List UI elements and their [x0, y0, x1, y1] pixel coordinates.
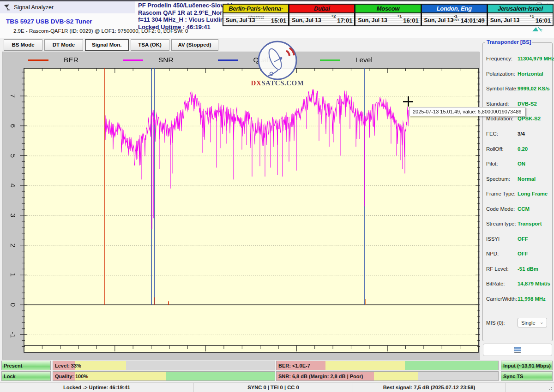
- tuner-title: TBS 5927 USB DVB-S2 Tuner: [6, 18, 92, 25]
- clock-london: London, Eng Sun, Jul 13 -1DST14:01:49: [422, 4, 488, 26]
- tab-bs-mode[interactable]: BS Mode: [4, 39, 42, 51]
- clock-moscow: Moscow Sun, Jul 13 +116:01: [355, 4, 421, 26]
- level-line-swatch: [320, 59, 340, 61]
- snr-line-swatch: [123, 59, 143, 61]
- present-indicator: Present: [1, 361, 51, 370]
- sync-ts-indicator: Sync TS: [501, 371, 553, 381]
- transponder-row: Stream type:Transport: [486, 216, 551, 232]
- lock-indicator: Lock: [1, 371, 51, 381]
- y-axis-tick-label: 7: [9, 92, 17, 100]
- chart-tooltip: 2025-07-13 15.01.49, value: 6,8000001907…: [409, 107, 525, 116]
- statusbar: Locked -> Uptime: 46:19:41 SYNC 0 | TEI …: [0, 382, 554, 392]
- mis-selected-value: Single: [521, 320, 536, 326]
- transponder-title: Transponder [BS]: [485, 39, 532, 45]
- clock-date: Sun, Jul 13: [292, 17, 321, 24]
- y-axis-tick-label: 6: [9, 122, 17, 130]
- transponder-rows: Frequency:11304,979 MHz Polarization:Hor…: [486, 51, 551, 306]
- transponder-row: RollOff:0.20: [486, 141, 551, 156]
- mis-dropdown[interactable]: Single ⌄: [518, 318, 547, 327]
- tab-signal-mon[interactable]: Signal Mon.: [85, 39, 129, 51]
- svg-text:DXSATCS.COM: DXSATCS.COM: [251, 79, 304, 87]
- clock-utc-offset: +1: [397, 14, 402, 18]
- clock-date: Sun, Jul 13: [226, 17, 255, 24]
- status-best-signal: Best signal: 7,5 dB (2025-07-12 23:58): [353, 383, 506, 392]
- level-bar: Level: 33%: [53, 361, 275, 370]
- transponder-row: CarrierWidth:11,998 MHz: [486, 291, 551, 307]
- transponder-groupbox: Transponder [BS] Frequency:11304,979 MHz…: [482, 42, 553, 341]
- clock-date: Sun, Jul 13: [358, 17, 387, 24]
- status-sync-counters: SYNC 0 | TEI 0 | CC 0: [194, 383, 353, 392]
- transponder-row: ISSYIOFF: [486, 232, 551, 247]
- world-clocks: Berlin-Paris-Vienna-Roma Sun, Jul 13 15:…: [223, 4, 554, 26]
- transponder-row: Frame Type:Long Frame: [486, 186, 551, 202]
- transponder-row: Polarization:Horizontal: [486, 66, 551, 82]
- window-title: Signal Analyzer: [14, 4, 54, 11]
- transponder-row: Pilot:ON: [486, 156, 551, 172]
- clock-body: Sun, Jul 13 +217:01: [289, 13, 354, 25]
- transponder-row: Frequency:11304,979 MHz: [486, 51, 551, 66]
- clock-date: Sun, Jul 13: [490, 17, 519, 24]
- transponder-row: BitRate:14,879 Mbit/s: [486, 276, 551, 291]
- status-spacer: [506, 383, 554, 392]
- y-axis-tick-label: 3: [9, 211, 17, 220]
- clock-time: 17:01: [337, 17, 352, 24]
- clock-city: Jerusalem-Israel: [488, 5, 553, 13]
- ber-bar: BER: <1.0E-7: [276, 361, 499, 370]
- dxsatcs-logo: DXSATCS.COM: [251, 40, 304, 89]
- input-bitrate-indicator: Input (~13,91 Mbps): [501, 361, 553, 370]
- y-axis-tick-label: -1: [9, 331, 17, 339]
- chevron-down-icon: ⌄: [540, 320, 544, 324]
- clock-time: 14:01:49: [461, 17, 485, 24]
- clock-body: Sun, Jul 13 15:01: [223, 13, 288, 25]
- clock-time: 15:01: [271, 17, 286, 24]
- legend-item-level: Level: [320, 56, 373, 64]
- clock-city: London, Eng: [422, 5, 487, 13]
- clock-city: Moscow: [355, 5, 420, 13]
- clock-utc-offset: +2: [331, 14, 336, 18]
- resize-grip[interactable]: [548, 386, 553, 391]
- y-axis-tick-label: 0: [9, 301, 17, 309]
- clock-city: Dubai: [289, 5, 354, 13]
- mode-tabs: BS Mode DT Mode Signal Mon. TSA (OK) AV …: [4, 39, 218, 51]
- y-axis-tick-label: 4: [9, 181, 17, 190]
- clock-body: Sun, Jul 13 -1DST14:01:49: [422, 13, 487, 25]
- clock-time: 16:01: [403, 17, 418, 24]
- clock-utc-offset: +1: [530, 14, 534, 18]
- clock-dst-flag: DST: [452, 18, 459, 22]
- status-locked-uptime: Locked -> Uptime: 46:19:41: [0, 383, 194, 392]
- mis-row: MIS (0): Single ⌄: [486, 318, 549, 327]
- y-axis-tick-label: 1: [9, 271, 17, 279]
- transponder-row: FEC:3/4: [486, 126, 551, 142]
- y-axis-tick-label: 5: [9, 152, 17, 160]
- transponder-row: Spectrum:Normal: [486, 171, 551, 186]
- titlebar: Signal Analyzer: [0, 1, 135, 13]
- tuner-device-line: 2.9E - Rascom-QAF1R (ID: 0029) @ LOF1: 9…: [13, 28, 188, 34]
- transponder-row: Symbol Rate:9999,02 KS/s: [486, 81, 551, 96]
- clock-body: Sun, Jul 13 +116:01: [355, 13, 420, 25]
- quality-bar: Quality: 100%: [53, 371, 275, 381]
- ber-line-swatch: [28, 59, 48, 61]
- tab-dt-mode[interactable]: DT Mode: [44, 39, 83, 51]
- site-info-line: f=11 304 MHz_H : Vicus Luxlink: [138, 16, 235, 24]
- transponder-row: NPD:OFF: [486, 246, 551, 261]
- site-info-line: Rascom QAF 1R at 2.9°E_North: [138, 9, 235, 17]
- clock-berlin-paris-vienna-roma: Berlin-Paris-Vienna-Roma Sun, Jul 13 15:…: [223, 4, 289, 26]
- transponder-list-icon: [514, 347, 521, 353]
- tab-tsa[interactable]: TSA (OK): [131, 39, 169, 51]
- clock-jerusalem: Jerusalem-Israel Sun, Jul 13 +116:01: [488, 4, 554, 26]
- legend-item-snr: SNR: [123, 56, 174, 64]
- quality-line-swatch: [218, 59, 238, 61]
- chart-legend: BER SNR Quality Level: [28, 56, 417, 64]
- site-info-line: PF Prodelin 450/Lučenec-Slovakia: [138, 2, 235, 9]
- tab-av[interactable]: AV (Stopped): [171, 39, 218, 51]
- transponder-list-button[interactable]: [483, 344, 552, 356]
- clock-time: 16:01: [536, 17, 551, 24]
- snr-bar: SNR: 6,8 dB (Margin: 2,8 dB | Poor): [276, 371, 499, 381]
- transponder-panel: Transponder [BS] Frequency:11304,979 MHz…: [482, 39, 554, 362]
- mis-label: MIS (0):: [486, 320, 518, 326]
- antenna-icon: [532, 25, 543, 34]
- signal-analyzer-icon: [3, 4, 11, 11]
- clock-city: Berlin-Paris-Vienna-Roma: [223, 5, 288, 13]
- clock-body: Sun, Jul 13 +116:01: [488, 13, 553, 25]
- clock-dubai: Dubai Sun, Jul 13 +217:01: [289, 4, 355, 26]
